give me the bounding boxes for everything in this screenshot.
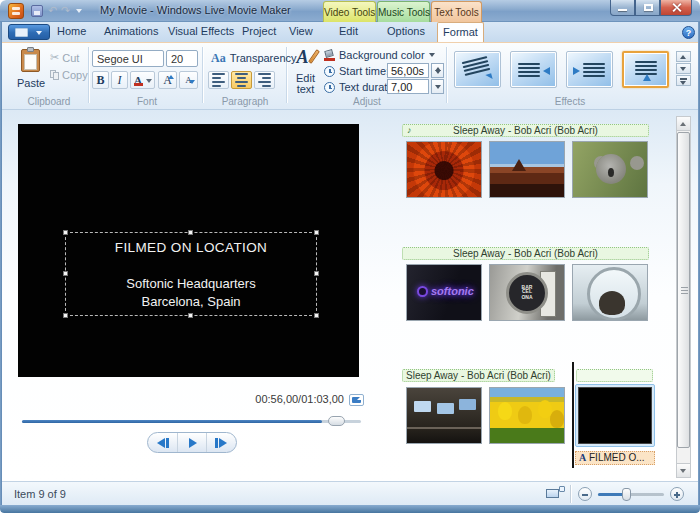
maximize-button[interactable]	[635, 0, 660, 16]
contextual-tab-text-tools[interactable]: Text Tools	[431, 1, 482, 22]
undo-button[interactable]: ↶	[48, 3, 57, 17]
clip-thumbnail-desert[interactable]	[489, 141, 565, 198]
italic-button[interactable]: I	[111, 71, 128, 89]
redo-button[interactable]: ↷	[61, 3, 70, 17]
text-selection-box[interactable]: FILMED ON LOCATION Softonic Headquarters…	[65, 232, 317, 316]
clip-thumbnail-tulips[interactable]	[489, 387, 565, 444]
clipboard-icon	[21, 49, 40, 72]
clip-thumbnail-office-screens[interactable]	[406, 387, 482, 444]
chevron-down-icon	[36, 31, 42, 35]
clip-thumbnail-window-mirror[interactable]	[572, 264, 648, 321]
music-track-row-3-continued[interactable]	[576, 369, 653, 382]
copy-label: Copy	[62, 69, 88, 81]
title-clip-caption[interactable]: A FILMED O...	[575, 451, 655, 465]
start-time-label: Start time:	[339, 65, 389, 77]
transparency-button[interactable]: Aa Transparency	[208, 49, 300, 67]
tab-view[interactable]: View	[289, 25, 313, 37]
qat-dropdown-icon[interactable]	[76, 9, 82, 13]
effect-option-2[interactable]	[510, 51, 557, 88]
effects-more-button[interactable]	[676, 75, 691, 86]
font-family-combobox[interactable]: Segoe UI	[92, 50, 164, 67]
resize-handle[interactable]	[314, 230, 319, 235]
text-duration-input[interactable]: 7,00	[387, 79, 429, 94]
shrink-font-button[interactable]: A	[179, 71, 198, 89]
clip-thumbnail-koala[interactable]	[572, 141, 648, 198]
help-icon[interactable]: ?	[682, 26, 695, 39]
next-frame-button[interactable]	[206, 433, 236, 452]
resize-handle[interactable]	[188, 313, 193, 318]
background-color-button[interactable]: Background color	[324, 48, 435, 62]
scissors-icon: ✂	[50, 51, 59, 64]
fullscreen-button[interactable]	[349, 394, 364, 406]
resize-handle[interactable]	[188, 230, 193, 235]
tab-options[interactable]: Options	[387, 25, 425, 37]
text-duration-dropdown[interactable]	[431, 79, 444, 94]
music-track-row-3[interactable]: Sleep Away - Bob Acri (Bob Acri)	[402, 369, 555, 382]
tab-home[interactable]: Home	[57, 25, 86, 37]
contextual-tab-video-tools[interactable]: Video Tools	[323, 1, 376, 22]
seek-bar[interactable]	[22, 420, 361, 423]
resize-handle[interactable]	[63, 313, 68, 318]
titlebar: ↶ ↷ My Movie - Windows Live Movie Maker …	[0, 0, 700, 22]
font-color-button[interactable]: A	[130, 71, 155, 89]
effects-scroll-up-button[interactable]	[676, 51, 691, 62]
align-left-button[interactable]	[208, 71, 229, 89]
seek-bar-thumb[interactable]	[328, 416, 345, 426]
zoom-slider-thumb[interactable]	[622, 488, 631, 501]
storyboard-scrollbar[interactable]	[676, 116, 691, 478]
font-size-combobox[interactable]: 20	[166, 50, 198, 67]
music-track-row-2[interactable]: Sleep Away - Bob Acri (Bob Acri)	[402, 247, 649, 260]
app-icon[interactable]	[8, 3, 24, 19]
resize-handle[interactable]	[314, 313, 319, 318]
music-track-row-1[interactable]: ♪ Sleep Away - Bob Acri (Bob Acri)	[402, 124, 649, 137]
clock-icon	[324, 82, 335, 93]
effects-scroll-down-button[interactable]	[676, 63, 691, 74]
minimize-button[interactable]	[610, 0, 635, 16]
start-time-input[interactable]: 56,00s	[387, 63, 429, 78]
align-right-button[interactable]	[254, 71, 275, 89]
scroll-up-button[interactable]	[677, 117, 690, 131]
app-window: ↶ ↷ My Movie - Windows Live Movie Maker …	[0, 0, 700, 513]
transparency-aa-icon: Aa	[211, 51, 226, 66]
resize-handle[interactable]	[63, 230, 68, 235]
zoom-slider[interactable]	[598, 493, 664, 496]
close-button[interactable]	[660, 0, 692, 16]
paste-button[interactable]: Paste	[14, 47, 48, 95]
play-button[interactable]	[177, 433, 207, 452]
tab-format-active[interactable]: Format	[437, 22, 484, 42]
thumbnail-size-button[interactable]	[543, 486, 565, 502]
scroll-down-button[interactable]	[677, 463, 690, 477]
start-time-spinner[interactable]	[431, 63, 444, 78]
preview-monitor[interactable]: FILMED ON LOCATION Softonic Headquarters…	[18, 124, 359, 377]
effect-2-icon	[518, 63, 540, 77]
scrollbar-thumb[interactable]	[677, 132, 690, 448]
playhead-indicator[interactable]	[572, 362, 574, 468]
grow-font-button[interactable]: A	[158, 71, 177, 89]
app-menu-button[interactable]	[8, 24, 50, 40]
effect-option-3[interactable]	[566, 51, 613, 88]
clip-thumbnail-flower[interactable]	[406, 141, 482, 198]
zoom-out-button[interactable]	[578, 487, 592, 501]
effect-4-icon	[635, 61, 657, 75]
previous-frame-button[interactable]	[148, 433, 177, 452]
paste-label: Paste	[14, 77, 48, 89]
clip-thumbnail-barcelona-sign[interactable]: BAR CEL ONA	[489, 264, 565, 321]
save-button[interactable]	[31, 5, 43, 17]
tab-visual-effects[interactable]: Visual Effects	[168, 25, 234, 37]
bold-button[interactable]: B	[92, 71, 109, 89]
align-center-button-selected[interactable]	[231, 71, 252, 89]
divider	[570, 485, 571, 503]
edit-text-button[interactable]: A Edit text	[291, 47, 320, 99]
contextual-tab-music-tools[interactable]: Music Tools	[377, 1, 430, 22]
zoom-in-button[interactable]	[670, 487, 684, 501]
cut-button[interactable]: ✂ Cut	[50, 50, 88, 65]
tab-edit[interactable]: Edit	[339, 25, 358, 37]
clip-thumbnail-title-card-selected[interactable]	[575, 384, 655, 447]
copy-button[interactable]: Copy	[50, 67, 88, 82]
tab-animations[interactable]: Animations	[104, 25, 158, 37]
clip-thumbnail-softonic-sign[interactable]: softonic	[406, 264, 482, 321]
effect-option-1[interactable]	[454, 51, 501, 88]
barcelona-sign-circle: BAR CEL ONA	[506, 272, 548, 314]
tab-project[interactable]: Project	[242, 25, 276, 37]
effect-option-4-selected[interactable]	[622, 51, 669, 88]
